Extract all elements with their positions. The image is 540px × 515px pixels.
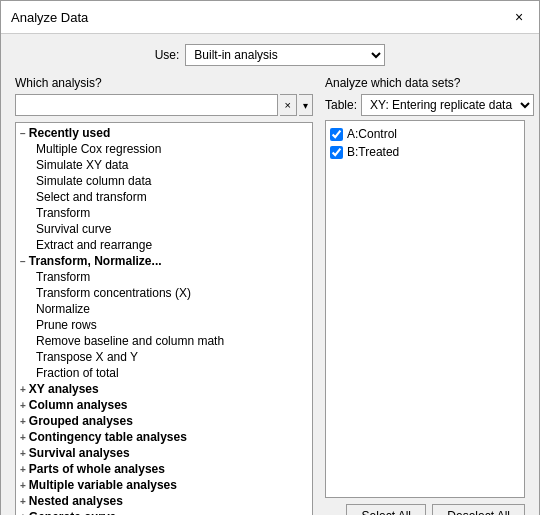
- main-columns: Which analysis? × ▾ −Recently usedMultip…: [15, 76, 525, 515]
- group-label-column-analyses: Column analyses: [29, 398, 128, 412]
- select-all-button[interactable]: Select All: [346, 504, 426, 515]
- analysis-item[interactable]: Simulate XY data: [16, 157, 312, 173]
- group-header-recently-used[interactable]: −Recently used: [16, 125, 312, 141]
- analysis-item[interactable]: Select and transform: [16, 189, 312, 205]
- search-row: × ▾: [15, 94, 313, 116]
- dialog-title: Analyze Data: [11, 10, 88, 25]
- search-input[interactable]: [15, 94, 278, 116]
- group-label-grouped-analyses: Grouped analyses: [29, 414, 133, 428]
- analysis-item[interactable]: Normalize: [16, 301, 312, 317]
- use-row: Use: Built-in analysis: [15, 44, 525, 66]
- analyze-data-dialog: Analyze Data × Use: Built-in analysis Wh…: [0, 0, 540, 515]
- dataset-label: B:Treated: [347, 145, 399, 159]
- analysis-item[interactable]: Transpose X and Y: [16, 349, 312, 365]
- group-header-generate-curve[interactable]: +Generate curve: [16, 509, 312, 515]
- close-button[interactable]: ×: [509, 7, 529, 27]
- table-select[interactable]: XY: Entering replicate data: [361, 94, 534, 116]
- use-select[interactable]: Built-in analysis: [185, 44, 385, 66]
- analysis-list[interactable]: −Recently usedMultiple Cox regressionSim…: [15, 122, 313, 515]
- expand-icon-grouped-analyses: +: [20, 416, 26, 427]
- dataset-item: A:Control: [330, 125, 520, 143]
- expand-icon-column-analyses: +: [20, 400, 26, 411]
- group-label-generate-curve: Generate curve: [29, 510, 116, 515]
- expand-icon-survival-analyses: +: [20, 448, 26, 459]
- group-label-parts-of-whole-analyses: Parts of whole analyses: [29, 462, 165, 476]
- expand-icon-nested-analyses: +: [20, 496, 26, 507]
- dialog-body: Use: Built-in analysis Which analysis? ×…: [1, 34, 539, 515]
- analyze-datasets-label: Analyze which data sets?: [325, 76, 525, 90]
- search-clear-button[interactable]: ×: [280, 94, 297, 116]
- analysis-item[interactable]: Extract and rearrange: [16, 237, 312, 253]
- group-header-grouped-analyses[interactable]: +Grouped analyses: [16, 413, 312, 429]
- group-label-transform-normalize: Transform, Normalize...: [29, 254, 162, 268]
- group-label-nested-analyses: Nested analyses: [29, 494, 123, 508]
- group-header-contingency-table-analyses[interactable]: +Contingency table analyses: [16, 429, 312, 445]
- title-bar: Analyze Data ×: [1, 1, 539, 34]
- datasets-list: A:ControlB:Treated: [325, 120, 525, 498]
- analysis-item[interactable]: Transform concentrations (X): [16, 285, 312, 301]
- group-header-xy-analyses[interactable]: +XY analyses: [16, 381, 312, 397]
- group-header-nested-analyses[interactable]: +Nested analyses: [16, 493, 312, 509]
- table-label-row: Table: XY: Entering replicate data: [325, 94, 525, 116]
- analysis-item[interactable]: Prune rows: [16, 317, 312, 333]
- expand-icon-recently-used: −: [20, 128, 26, 139]
- which-analysis-label: Which analysis?: [15, 76, 313, 90]
- group-label-recently-used: Recently used: [29, 126, 110, 140]
- analysis-item[interactable]: Transform: [16, 205, 312, 221]
- left-panel: Which analysis? × ▾ −Recently usedMultip…: [15, 76, 313, 515]
- group-header-multiple-variable-analyses[interactable]: +Multiple variable analyses: [16, 477, 312, 493]
- expand-icon-xy-analyses: +: [20, 384, 26, 395]
- analysis-item[interactable]: Simulate column data: [16, 173, 312, 189]
- dataset-checkbox[interactable]: [330, 146, 343, 159]
- group-label-contingency-table-analyses: Contingency table analyses: [29, 430, 187, 444]
- expand-icon-multiple-variable-analyses: +: [20, 480, 26, 491]
- analysis-item[interactable]: Survival curve: [16, 221, 312, 237]
- group-label-multiple-variable-analyses: Multiple variable analyses: [29, 478, 177, 492]
- group-label-xy-analyses: XY analyses: [29, 382, 99, 396]
- table-label: Table:: [325, 98, 357, 112]
- select-deselect-row: Select All Deselect All: [325, 504, 525, 515]
- analysis-item[interactable]: Multiple Cox regression: [16, 141, 312, 157]
- expand-icon-parts-of-whole-analyses: +: [20, 464, 26, 475]
- deselect-all-button[interactable]: Deselect All: [432, 504, 525, 515]
- expand-icon-contingency-table-analyses: +: [20, 432, 26, 443]
- dataset-label: A:Control: [347, 127, 397, 141]
- dataset-checkbox[interactable]: [330, 128, 343, 141]
- use-label: Use:: [155, 48, 180, 62]
- group-header-column-analyses[interactable]: +Column analyses: [16, 397, 312, 413]
- search-dropdown-button[interactable]: ▾: [299, 94, 313, 116]
- expand-icon-generate-curve: +: [20, 512, 26, 516]
- dataset-item: B:Treated: [330, 143, 520, 161]
- expand-icon-transform-normalize: −: [20, 256, 26, 267]
- analysis-item[interactable]: Transform: [16, 269, 312, 285]
- analysis-item[interactable]: Remove baseline and column math: [16, 333, 312, 349]
- group-header-survival-analyses[interactable]: +Survival analyses: [16, 445, 312, 461]
- group-header-transform-normalize[interactable]: −Transform, Normalize...: [16, 253, 312, 269]
- group-header-parts-of-whole-analyses[interactable]: +Parts of whole analyses: [16, 461, 312, 477]
- right-panel: Analyze which data sets? Table: XY: Ente…: [325, 76, 525, 515]
- analysis-item[interactable]: Fraction of total: [16, 365, 312, 381]
- group-label-survival-analyses: Survival analyses: [29, 446, 130, 460]
